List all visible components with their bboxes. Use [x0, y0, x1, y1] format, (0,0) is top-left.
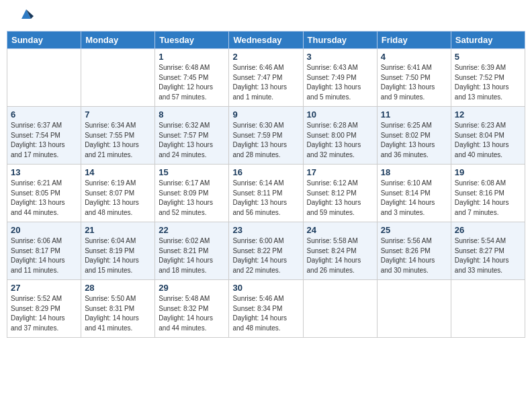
day-number: 6: [11, 109, 77, 120]
calendar-day-30: 30Sunrise: 5:46 AM Sunset: 8:34 PM Dayli…: [229, 280, 303, 338]
day-number: 13: [11, 167, 77, 177]
calendar-day-10: 10Sunrise: 6:28 AM Sunset: 8:00 PM Dayli…: [303, 107, 377, 165]
calendar-empty: [7, 49, 81, 107]
calendar-day-1: 1Sunrise: 6:48 AM Sunset: 7:45 PM Daylig…: [155, 49, 229, 107]
logo: [12, 7, 36, 27]
day-number: 17: [307, 167, 373, 177]
day-info: Sunrise: 6:14 AM Sunset: 8:11 PM Dayligh…: [232, 179, 299, 218]
day-number: 5: [455, 52, 521, 62]
day-info: Sunrise: 6:02 AM Sunset: 8:21 PM Dayligh…: [159, 236, 225, 275]
day-info: Sunrise: 6:30 AM Sunset: 7:59 PM Dayligh…: [232, 121, 299, 160]
day-number: 20: [11, 225, 77, 235]
calendar-day-25: 25Sunrise: 5:56 AM Sunset: 8:26 PM Dayli…: [377, 222, 451, 280]
day-info: Sunrise: 6:12 AM Sunset: 8:12 PM Dayligh…: [307, 179, 373, 218]
calendar-day-6: 6Sunrise: 6:37 AM Sunset: 7:54 PM Daylig…: [7, 107, 81, 165]
day-info: Sunrise: 6:48 AM Sunset: 7:45 PM Dayligh…: [159, 63, 225, 102]
calendar-header-saturday: Saturday: [451, 32, 525, 49]
day-number: 30: [232, 283, 299, 293]
day-info: Sunrise: 6:19 AM Sunset: 8:07 PM Dayligh…: [85, 179, 151, 218]
day-info: Sunrise: 6:06 AM Sunset: 8:17 PM Dayligh…: [11, 236, 77, 275]
calendar-day-18: 18Sunrise: 6:10 AM Sunset: 8:14 PM Dayli…: [377, 165, 451, 222]
day-number: 7: [85, 109, 151, 120]
day-info: Sunrise: 6:28 AM Sunset: 8:00 PM Dayligh…: [307, 121, 373, 160]
day-number: 15: [159, 167, 225, 177]
day-number: 3: [307, 52, 373, 62]
day-info: Sunrise: 6:00 AM Sunset: 8:22 PM Dayligh…: [232, 236, 299, 275]
calendar-table: SundayMondayTuesdayWednesdayThursdayFrid…: [7, 31, 525, 338]
calendar-day-5: 5Sunrise: 6:39 AM Sunset: 7:52 PM Daylig…: [451, 49, 525, 107]
day-number: 1: [159, 52, 225, 62]
day-info: Sunrise: 6:10 AM Sunset: 8:14 PM Dayligh…: [381, 179, 447, 218]
day-info: Sunrise: 6:17 AM Sunset: 8:09 PM Dayligh…: [159, 179, 225, 218]
calendar-header-row: SundayMondayTuesdayWednesdayThursdayFrid…: [7, 32, 525, 49]
calendar-day-21: 21Sunrise: 6:04 AM Sunset: 8:19 PM Dayli…: [81, 222, 155, 280]
calendar-header-wednesday: Wednesday: [229, 32, 303, 49]
calendar-day-8: 8Sunrise: 6:32 AM Sunset: 7:57 PM Daylig…: [155, 107, 229, 165]
calendar-empty: [377, 280, 451, 338]
calendar-day-20: 20Sunrise: 6:06 AM Sunset: 8:17 PM Dayli…: [7, 222, 81, 280]
calendar-week-row: 13Sunrise: 6:21 AM Sunset: 8:05 PM Dayli…: [7, 165, 525, 222]
calendar-day-3: 3Sunrise: 6:43 AM Sunset: 7:49 PM Daylig…: [303, 49, 377, 107]
calendar-day-28: 28Sunrise: 5:50 AM Sunset: 8:31 PM Dayli…: [81, 280, 155, 338]
calendar-header-friday: Friday: [377, 32, 451, 49]
header: [0, 0, 532, 31]
calendar-header-thursday: Thursday: [303, 32, 377, 49]
day-number: 8: [159, 109, 225, 120]
day-info: Sunrise: 6:08 AM Sunset: 8:16 PM Dayligh…: [455, 179, 521, 218]
calendar-empty: [451, 280, 525, 338]
calendar-header-monday: Monday: [81, 32, 155, 49]
day-info: Sunrise: 5:54 AM Sunset: 8:27 PM Dayligh…: [455, 236, 521, 275]
calendar-header-sunday: Sunday: [7, 32, 81, 49]
day-number: 23: [232, 225, 299, 235]
day-info: Sunrise: 5:56 AM Sunset: 8:26 PM Dayligh…: [381, 236, 447, 275]
calendar-day-17: 17Sunrise: 6:12 AM Sunset: 8:12 PM Dayli…: [303, 165, 377, 222]
day-number: 21: [85, 225, 151, 235]
day-info: Sunrise: 6:41 AM Sunset: 7:50 PM Dayligh…: [381, 63, 447, 102]
day-info: Sunrise: 5:46 AM Sunset: 8:34 PM Dayligh…: [232, 294, 299, 333]
day-info: Sunrise: 6:04 AM Sunset: 8:19 PM Dayligh…: [85, 236, 151, 275]
calendar-day-2: 2Sunrise: 6:46 AM Sunset: 7:47 PM Daylig…: [229, 49, 303, 107]
day-number: 11: [381, 109, 447, 120]
day-number: 10: [307, 109, 373, 120]
calendar-container: SundayMondayTuesdayWednesdayThursdayFrid…: [0, 31, 532, 338]
day-number: 22: [159, 225, 225, 235]
day-info: Sunrise: 6:21 AM Sunset: 8:05 PM Dayligh…: [11, 179, 77, 218]
calendar-day-9: 9Sunrise: 6:30 AM Sunset: 7:59 PM Daylig…: [229, 107, 303, 165]
calendar-day-13: 13Sunrise: 6:21 AM Sunset: 8:05 PM Dayli…: [7, 165, 81, 222]
calendar-week-row: 1Sunrise: 6:48 AM Sunset: 7:45 PM Daylig…: [7, 49, 525, 107]
day-info: Sunrise: 6:34 AM Sunset: 7:55 PM Dayligh…: [85, 121, 151, 160]
calendar-day-11: 11Sunrise: 6:25 AM Sunset: 8:02 PM Dayli…: [377, 107, 451, 165]
day-info: Sunrise: 6:32 AM Sunset: 7:57 PM Dayligh…: [159, 121, 225, 160]
day-info: Sunrise: 6:23 AM Sunset: 8:04 PM Dayligh…: [455, 121, 521, 160]
day-number: 26: [455, 225, 521, 235]
calendar-day-16: 16Sunrise: 6:14 AM Sunset: 8:11 PM Dayli…: [229, 165, 303, 222]
day-number: 28: [85, 283, 151, 293]
day-number: 24: [307, 225, 373, 235]
calendar-day-4: 4Sunrise: 6:41 AM Sunset: 7:50 PM Daylig…: [377, 49, 451, 107]
day-info: Sunrise: 6:37 AM Sunset: 7:54 PM Dayligh…: [11, 121, 77, 160]
logo-icon: [16, 4, 36, 27]
calendar-day-26: 26Sunrise: 5:54 AM Sunset: 8:27 PM Dayli…: [451, 222, 525, 280]
calendar-week-row: 20Sunrise: 6:06 AM Sunset: 8:17 PM Dayli…: [7, 222, 525, 280]
day-info: Sunrise: 5:50 AM Sunset: 8:31 PM Dayligh…: [85, 294, 151, 333]
calendar-day-14: 14Sunrise: 6:19 AM Sunset: 8:07 PM Dayli…: [81, 165, 155, 222]
day-info: Sunrise: 5:58 AM Sunset: 8:24 PM Dayligh…: [307, 236, 373, 275]
day-info: Sunrise: 6:39 AM Sunset: 7:52 PM Dayligh…: [455, 63, 521, 102]
day-info: Sunrise: 5:48 AM Sunset: 8:32 PM Dayligh…: [159, 294, 225, 333]
calendar-week-row: 27Sunrise: 5:52 AM Sunset: 8:29 PM Dayli…: [7, 280, 525, 338]
calendar-day-12: 12Sunrise: 6:23 AM Sunset: 8:04 PM Dayli…: [451, 107, 525, 165]
day-number: 2: [232, 52, 299, 62]
calendar-day-29: 29Sunrise: 5:48 AM Sunset: 8:32 PM Dayli…: [155, 280, 229, 338]
day-info: Sunrise: 5:52 AM Sunset: 8:29 PM Dayligh…: [11, 294, 77, 333]
day-number: 27: [11, 283, 77, 293]
calendar-day-19: 19Sunrise: 6:08 AM Sunset: 8:16 PM Dayli…: [451, 165, 525, 222]
day-number: 9: [232, 109, 299, 120]
day-number: 12: [455, 109, 521, 120]
calendar-week-row: 6Sunrise: 6:37 AM Sunset: 7:54 PM Daylig…: [7, 107, 525, 165]
day-number: 14: [85, 167, 151, 177]
day-number: 18: [381, 167, 447, 177]
calendar-day-7: 7Sunrise: 6:34 AM Sunset: 7:55 PM Daylig…: [81, 107, 155, 165]
day-info: Sunrise: 6:25 AM Sunset: 8:02 PM Dayligh…: [381, 121, 447, 160]
calendar-day-24: 24Sunrise: 5:58 AM Sunset: 8:24 PM Dayli…: [303, 222, 377, 280]
day-number: 4: [381, 52, 447, 62]
